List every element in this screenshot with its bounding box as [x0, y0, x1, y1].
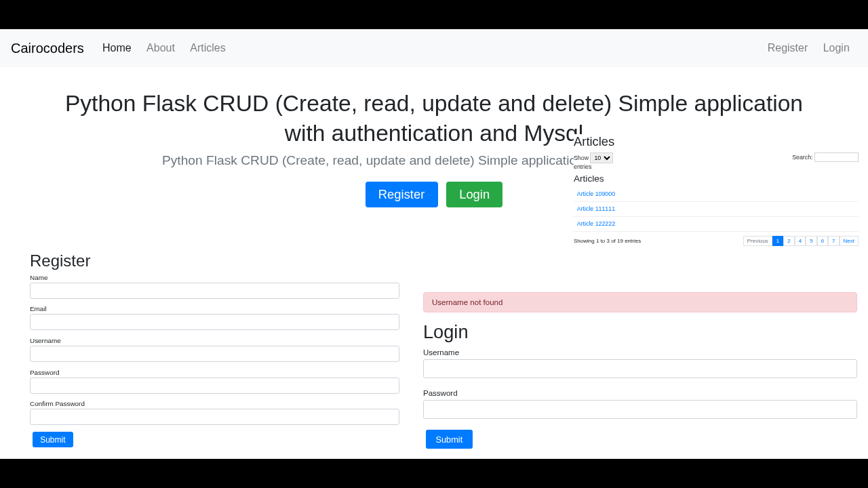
reg-password-label: Password [30, 369, 399, 376]
brand-logo[interactable]: Cairocoders [11, 41, 84, 56]
nav-articles[interactable]: Articles [182, 37, 233, 59]
nav-about[interactable]: About [139, 37, 182, 59]
search-control: Search: [792, 152, 859, 170]
letterbox-top [0, 0, 868, 29]
login-username-field[interactable] [423, 359, 857, 378]
page-6[interactable]: 6 [817, 236, 828, 246]
entries-control: Show 10 entries [574, 152, 613, 170]
nav-register[interactable]: Register [760, 37, 816, 59]
page-next[interactable]: Next [840, 236, 859, 246]
register-panel: Register Name Email Username Password Co… [30, 251, 399, 447]
letterbox-bottom [0, 459, 868, 488]
datatable-info: Showing 1 to 3 of 19 entries [574, 238, 641, 244]
name-label: Name [30, 274, 399, 281]
article-link[interactable]: Article 122222 [574, 217, 859, 232]
login-submit-button[interactable]: Submit [426, 430, 473, 449]
hero-login-button[interactable]: Login [446, 182, 502, 207]
reg-password-field[interactable] [30, 378, 399, 394]
register-heading: Register [30, 251, 399, 270]
articles-heading: Articles [574, 134, 859, 149]
page-5[interactable]: 5 [806, 236, 816, 246]
email-field[interactable] [30, 314, 399, 330]
nav-home[interactable]: Home [95, 37, 139, 59]
reg-username-field[interactable] [30, 346, 399, 362]
login-alert: Username not found [423, 292, 857, 312]
article-link[interactable]: Article 111111 [574, 202, 859, 217]
page-7[interactable]: 7 [828, 236, 839, 246]
search-label: Search: [792, 154, 812, 161]
articles-panel: Articles Show 10 entries Search: Article… [574, 134, 859, 246]
login-password-field[interactable] [423, 400, 857, 419]
register-submit-button[interactable]: Submit [33, 432, 73, 448]
name-field[interactable] [30, 283, 399, 299]
confirm-field[interactable] [30, 409, 399, 425]
email-label: Email [30, 305, 399, 312]
show-label: Show [574, 155, 589, 161]
articles-subheading: Articles [574, 174, 859, 184]
page-1[interactable]: 1 [772, 236, 783, 246]
confirm-label: Confirm Password [30, 400, 399, 407]
datatable-footer: Showing 1 to 3 of 19 entries Previous 1 … [574, 236, 859, 246]
pagination: Previous 1 2 4 5 6 7 Next [743, 236, 859, 246]
nav-left: Home About Articles [95, 42, 233, 54]
hero-register-button[interactable]: Register [366, 182, 438, 207]
nav-right: Register Login [760, 42, 857, 54]
nav-login[interactable]: Login [815, 37, 857, 59]
login-username-label: Username [423, 348, 857, 357]
navbar: Cairocoders Home About Articles Register… [0, 29, 868, 67]
page-prev[interactable]: Previous [743, 236, 772, 246]
page-4[interactable]: 4 [795, 236, 806, 246]
article-link[interactable]: Article 109000 [574, 186, 859, 201]
datatable-controls: Show 10 entries Search: [574, 152, 859, 170]
reg-username-label: Username [30, 337, 399, 344]
login-password-label: Password [423, 389, 857, 397]
entries-select[interactable]: 10 [590, 152, 613, 163]
entries-label: entries [574, 163, 591, 170]
page-content: Cairocoders Home About Articles Register… [0, 29, 868, 459]
page-2[interactable]: 2 [783, 236, 794, 246]
login-heading: Login [423, 321, 857, 343]
search-input[interactable] [814, 152, 859, 162]
login-panel: Username not found Login Username Passwo… [423, 292, 857, 449]
